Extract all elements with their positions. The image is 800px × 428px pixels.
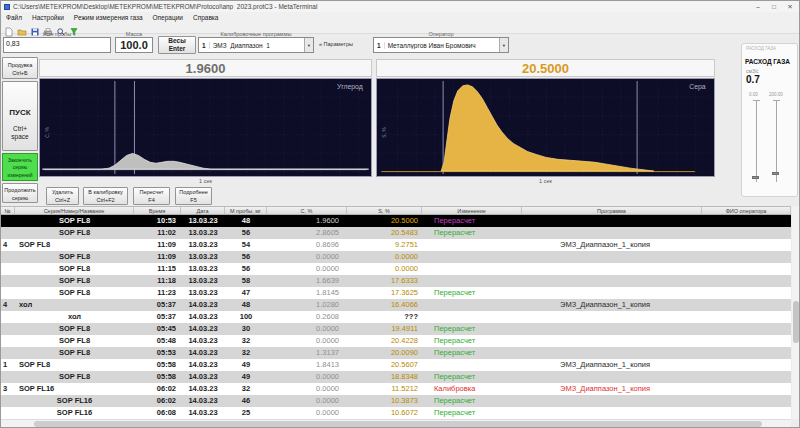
gas-flow-gauge-track[interactable] [776,100,777,182]
table-row[interactable]: SOP FL8 11:23 13.03.23 47 1.8145 17.3625… [1,287,791,299]
row-operator-name [702,227,791,239]
vertical-scrollbar[interactable] [792,206,800,419]
details-button[interactable]: Подробнее F5 [175,187,212,205]
menu-item-4[interactable]: Операции [148,14,188,21]
start-hotkey-1: Ctrl+ [13,125,27,132]
row-sample-name: SOP FL8 [15,287,134,299]
horizontal-scrollbar[interactable] [1,419,791,427]
row-sample-name: SOP FL8 [15,371,134,383]
table-row[interactable]: SOP FL8 10:53 13.03.23 48 1.9600 20.5000… [1,215,791,227]
row-carbon-percent: 1.0280 [267,299,347,311]
sulfur-chart: Сера S, % [376,78,715,177]
table-row[interactable]: SOP FL8 05:48 14.03.23 32 0.0000 20.4228… [1,335,791,347]
operator-select[interactable]: 1 Металлургов Иван Бромович ▾ [373,37,509,53]
table-row[interactable]: SOP FL16 06:08 14.03.23 25 0.0000 10.607… [1,407,791,419]
continue-series-button[interactable]: Продолжить серию [2,183,38,203]
recalculate-button[interactable]: Пересчет F4 [133,187,170,205]
row-sample-name: SOP FL16 [15,407,134,419]
row-sample-name: SOP FL8 [15,227,134,239]
row-change-status: Калибровка [422,383,522,395]
mass-input[interactable]: 100.0 [115,37,153,53]
start-button[interactable]: ПУСК Ctrl+space [2,81,38,151]
carbon-result-value: 1.9600 [39,59,372,77]
purge-label: Продувка [3,62,37,69]
column-header-10: ФИО оператора [702,207,791,214]
chevron-down-icon[interactable]: ▾ [499,38,508,52]
calibration-program-value: ЭМЗ_Диаппазон_1 [210,42,304,49]
gas-flow-gauge-thumb[interactable] [772,172,779,175]
row-sample-name: SOP FL8 [15,359,134,371]
sulfur-time-scale: 1 сек [376,178,715,184]
to-calibration-hotkey: Ctrl+F2 [84,197,127,204]
row-group-number [1,335,15,347]
row-carbon-percent: 0.0000 [267,251,347,263]
table-row[interactable]: SOP FL8 11:02 13.03.23 56 2.8605 20.5483… [1,227,791,239]
row-sample-mass: 56 [225,227,267,239]
purge-button[interactable]: Продувка Ctrl+Б [2,57,38,79]
row-operator-name [702,299,791,311]
table-row[interactable]: SOP FL8 05:53 14.03.23 32 1.3137 20.0090… [1,347,791,359]
table-row[interactable]: SOP FL8 11:18 13.03.23 58 1.6639 17.6333 [1,275,791,287]
row-operator-name [702,275,791,287]
maximize-button[interactable]: □ [766,3,782,10]
row-change-status [422,239,522,251]
menu-item-5[interactable]: Справка [188,14,224,21]
table-row[interactable]: SOP FL8 05:45 14.03.23 30 0.0000 19.4911… [1,323,791,335]
table-row[interactable]: 3 SOP FL16 06:02 14.03.23 32 0.0000 11.5… [1,383,791,395]
to-calibration-button[interactable]: В калибровку Ctrl+F2 [83,187,128,205]
row-time: 05:37 [134,299,181,311]
row-change-status: Перерасчет [422,287,522,299]
table-row[interactable]: SOP FL16 06:02 14.03.23 46 0.0000 10.387… [1,395,791,407]
menu-item-3[interactable]: Режим измерения газа [69,14,148,21]
row-program: ЭМЗ_Диаппазон_1_копия [522,359,702,371]
row-date: 13.03.23 [181,275,225,287]
row-date: 14.03.23 [181,383,225,395]
row-time: 10:53 [134,215,181,227]
row-carbon-percent: 1.8145 [267,287,347,299]
table-row[interactable]: 1 SOP FL8 05:58 14.03.23 49 1.8413 20.56… [1,359,791,371]
scale-enter-label: Весы Enter [168,37,185,52]
row-sample-name: SOP FL16 [15,383,134,395]
vertical-scrollbar-thumb[interactable] [793,301,799,343]
row-carbon-percent: 0.8696 [267,239,347,251]
sample-name-input[interactable]: 0,83 [3,37,111,53]
minimize-button[interactable]: – [750,3,766,10]
scale-enter-button[interactable]: Весы Enter [158,36,196,54]
row-sample-mass: 48 [225,299,267,311]
gas-flow-caption: РАСХОД ГАЗА [746,46,776,51]
row-operator-name [702,215,791,227]
row-sulfur-percent: 11.5212 [347,383,422,395]
row-sample-name: SOP FL8 [15,251,134,263]
gas-flow-gauge-track[interactable] [756,100,757,182]
table-row[interactable]: SOP FL8 05:58 14.03.23 49 0.0000 18.8348… [1,371,791,383]
table-row[interactable]: хол 05:37 14.03.23 100 0.2608 ??? [1,311,791,323]
row-group-number [1,347,15,359]
row-program [522,323,702,335]
row-time: 06:08 [134,407,181,419]
close-button[interactable]: ✕ [782,3,798,11]
row-group-number [1,227,15,239]
row-carbon-percent: 2.8605 [267,227,347,239]
menu-item-2[interactable]: Настройки [27,14,69,21]
table-row[interactable]: 4 хол 05:37 14.03.23 48 1.0280 16.4066 Э… [1,299,791,311]
row-change-status [422,299,522,311]
row-program [522,395,702,407]
table-row[interactable]: SOP FL8 11:15 13.03.23 56 0.0000 0.0000 [1,263,791,275]
row-change-status [422,359,522,371]
finish-series-button[interactable]: Закончить серию измерений [2,153,38,181]
row-sulfur-percent: 17.3625 [347,287,422,299]
row-program [522,347,702,359]
row-operator-name [702,407,791,419]
delete-button[interactable]: Удалить Ctrl+Z [46,187,79,205]
horizontal-scrollbar-thumb[interactable] [34,421,762,427]
table-row[interactable]: SOP FL8 11:09 13.03.23 56 0.0000 0.0000 [1,251,791,263]
gas-flow-gauge-thumb[interactable] [752,176,759,179]
chevron-down-icon[interactable]: ▾ [304,38,313,52]
row-group-number [1,287,15,299]
parameters-toggle[interactable]: « Параметры [319,41,353,47]
table-row[interactable]: 4 SOP FL8 11:09 13.03.23 54 0.8696 9.275… [1,239,791,251]
row-date: 13.03.23 [181,239,225,251]
menu-item-1[interactable]: Файл [1,14,27,21]
calibration-program-select[interactable]: 1 ЭМЗ_Диаппазон_1 ▾ [198,37,314,53]
row-date: 14.03.23 [181,407,225,419]
